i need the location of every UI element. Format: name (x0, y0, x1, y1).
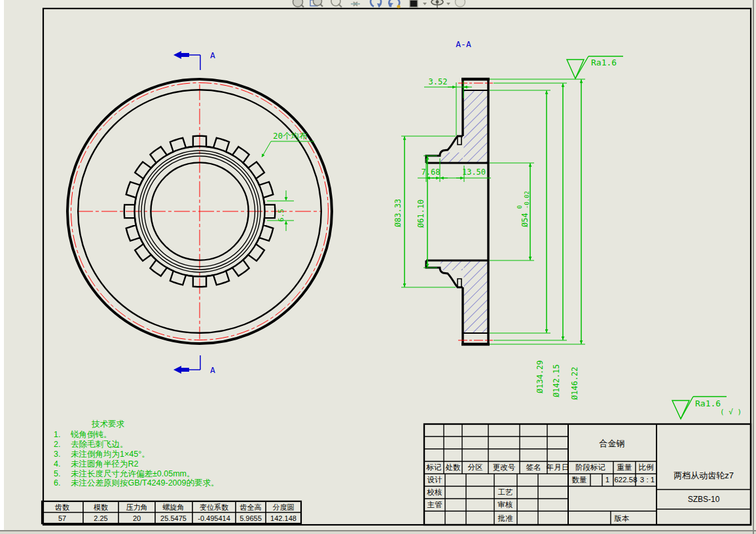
dim-text-root-dia[interactable]: Ø134.29 (535, 360, 545, 393)
gear-td-pitch-circle: 142.148 (270, 514, 297, 522)
technical-requirements: 技术要求 1.锐角倒钝。 2.去除毛刺飞边。 3.未注倒角均为1×45°。 4.… (54, 419, 219, 488)
cut-arrow-top-icon (173, 51, 181, 59)
appearance-icon[interactable] (456, 0, 465, 7)
dim-text-bore-dia[interactable]: Ø54 (520, 213, 530, 227)
dim-text-slot-width[interactable]: 6.5 (277, 209, 285, 222)
tech-req-item: 2.去除毛刺飞边。 (54, 440, 219, 450)
tb-supervisor: 主管 (427, 501, 442, 508)
hatch-bottom (464, 261, 488, 332)
hatch-top (464, 91, 488, 162)
tech-req-item: 3.未注倒角均为1×45°。 (54, 450, 219, 459)
dim-text-bore-tol-upper: 0 (516, 205, 523, 209)
window-edge-right (753, 0, 754, 534)
dim-text-hub-width[interactable]: 13.50 (462, 168, 486, 177)
gear-th-pitch-circle: 分度圆 (273, 503, 295, 511)
cut-arrow-bottom-icon (173, 366, 181, 374)
tech-req-item: 4.未注圆角半径为R2 (54, 459, 219, 469)
zoom-to-area-icon[interactable] (310, 0, 323, 7)
gear-td-pressure-angle: 20 (133, 514, 141, 522)
dim-text-face-width[interactable]: 3.52 (429, 77, 448, 86)
gear-th-teeth: 齿数 (54, 503, 69, 511)
gear-td-module: 2.25 (94, 514, 107, 522)
tb-process: 工艺 (498, 488, 514, 496)
tb-zone: 分区 (468, 463, 484, 471)
tb-weight-value: 622.58 (614, 476, 637, 484)
tech-req-item: 1.锐角倒钝。 (54, 430, 219, 440)
gear-td-shift-coef: -0.495414 (198, 514, 230, 522)
hide-show-items-dropdown-icon[interactable] (446, 3, 450, 5)
tb-part-name: 两档从动齿轮z7 (674, 471, 734, 480)
dim-root-dia: Ø134.29 (490, 90, 550, 393)
window-edge-left (0, 0, 4, 534)
roughness-icon (672, 400, 689, 419)
tb-signature: 签名 (526, 463, 541, 471)
cut-label-top: A (210, 50, 215, 60)
gear-th-tooth-depth: 齿全高 (240, 503, 262, 511)
gear-td-teeth: 57 (58, 514, 66, 522)
zoom-to-fit-icon[interactable] (293, 0, 304, 7)
gear-th-helix-angle: 螺旋角 (163, 503, 185, 511)
zoom-in-out-icon[interactable] (331, 0, 342, 7)
dim-text-hub-step[interactable]: 7.68 (422, 168, 441, 177)
section-view-label: A-A (456, 39, 471, 49)
tb-weight-label: 重量 (617, 463, 633, 471)
tb-qty-value: 1 (605, 476, 609, 484)
surface-finish-bottom-text[interactable]: Ra1.6 (695, 399, 721, 408)
heads-up-toolbar (288, 0, 475, 9)
tb-count: 处数 (446, 463, 461, 471)
tb-audit: 审核 (498, 501, 513, 508)
tb-qty-label: 数量 (572, 476, 588, 484)
gear-parameter-table: 齿数 模数 压力角 螺旋角 变位系数 齿全高 分度圆 57 2.25 20 25… (42, 501, 301, 524)
section-view-dropdown-icon[interactable] (423, 3, 427, 5)
tb-date: 年月日 (546, 463, 569, 471)
section-cut-line: A A (173, 50, 215, 375)
dim-slot-width: 6.5 (267, 190, 294, 231)
window-edge-bottom-fill (0, 531, 756, 534)
gear-th-shift-coef: 变位系数 (200, 503, 228, 511)
gear-th-pressure-angle: 压力角 (126, 503, 148, 511)
tb-stage-label: 阶段标记 (575, 463, 605, 471)
surface-finish-top: Ra1.6 (567, 56, 623, 79)
cut-label-bottom: A (210, 365, 215, 375)
tb-drawing-no: SZBS-10 (688, 495, 720, 504)
rotate-view-icon[interactable] (370, 0, 382, 8)
hide-show-items-icon[interactable] (431, 0, 443, 8)
title-block: 标记 处数 分区 更改号 签名 年月日 设计 校核 主管 工艺 审核 批准 合金… (424, 424, 751, 525)
cad-viewport: 6.5 20个均布 A A A-A (0, 0, 756, 534)
dim-text-bore-tol-lower: -0.02 (524, 191, 530, 209)
tech-req-title: 技术要求 (92, 419, 219, 429)
tb-scale-value: 3 : 1 (640, 476, 655, 484)
tb-mark: 标记 (426, 463, 442, 471)
tb-check: 校核 (427, 488, 442, 496)
pan-icon[interactable] (351, 2, 360, 6)
dim-text-pitch-dia[interactable]: Ø142.15 (552, 364, 561, 397)
surface-finish-bottom: Ra1.6 ( √ ) (672, 397, 742, 419)
dim-tip-dia: Ø146.22 (490, 79, 585, 400)
dim-text-counterbore-dia[interactable]: Ø61.10 (416, 200, 425, 228)
tb-change-no: 更改号 (493, 463, 516, 471)
surface-finish-check: ( √ ) (720, 408, 742, 416)
gear-td-tooth-depth: 5.9655 (240, 514, 262, 522)
tb-scale-label: 比例 (639, 463, 654, 471)
tb-material: 合金钢 (600, 438, 625, 448)
section-view-icon[interactable] (410, 0, 418, 7)
tb-version-label: 版本 (615, 514, 630, 522)
previous-view-icon[interactable] (388, 0, 401, 9)
gear-td-helix-angle: 25.5475 (160, 514, 187, 522)
tb-approve: 批准 (498, 514, 514, 522)
tb-design: 设计 (427, 476, 443, 484)
leader-note-text[interactable]: 20个均布 (273, 131, 308, 141)
tech-req-item: 5.未注长度尺寸允许偏差±0.05mm。 (54, 469, 219, 479)
gear-th-module: 模数 (94, 503, 108, 511)
dim-bore-dia: Ø54 0 -0.02 (490, 163, 534, 260)
surface-finish-top-text[interactable]: Ra1.6 (591, 58, 617, 67)
tech-req-item: 6.未注公差原则按GB/T4249-2009的要求。 (54, 478, 219, 488)
front-view: 6.5 20个均布 (67, 79, 332, 344)
dim-text-tip-dia[interactable]: Ø146.22 (570, 366, 579, 400)
dim-text-spline-tip-dia[interactable]: Ø83.33 (393, 199, 403, 227)
